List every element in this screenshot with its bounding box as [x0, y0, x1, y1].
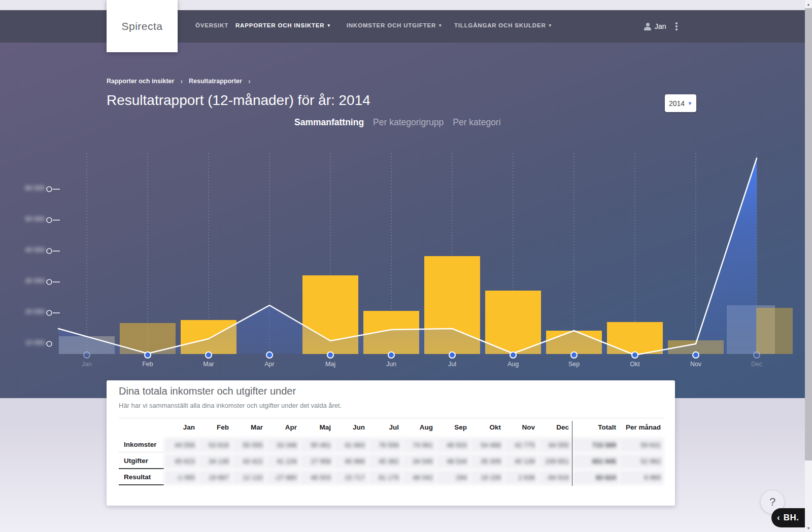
col-header-Totalt: Totalt: [572, 421, 619, 436]
table-row-Inkomster: Inkomster44 55653 81655 55533 34690 4614…: [119, 437, 664, 452]
vertical-scrollbar: ▲ ▼: [805, 0, 812, 532]
tab-per-kategorigrupp[interactable]: Per kategorigrupp: [373, 117, 444, 128]
cell-Utgifter-Jan: 45 623: [164, 454, 198, 469]
table-top-rule: [119, 418, 664, 418]
cell-Utgifter-Maj: 27 958: [300, 454, 334, 469]
chevron-right-icon: ›: [248, 77, 251, 85]
app-screen: ÖVERSIKT RAPPORTER OCH INSIKTER▾ INKOMST…: [0, 0, 812, 532]
cell-Resultat-Totalt: 83 624: [572, 470, 619, 485]
cell-Inkomster-Nov: 42 775: [504, 438, 538, 452]
y-axis-label: 50 000: [15, 216, 45, 223]
table-header-row: JanFebMarAprMajJunJulAugSepOktNovDecTota…: [119, 421, 664, 436]
cell-Inkomster-Jun: 41 683: [334, 438, 368, 452]
cell-Utgifter-Jun: 45 966: [334, 454, 368, 469]
report-tabs: Sammanfattning Per kategorigrupp Per kat…: [294, 117, 501, 128]
chart-bar-extra: [756, 308, 793, 354]
summary-card: Dina totala inkomster och utgifter under…: [107, 380, 675, 506]
cell-Inkomster-Jan: 44 556: [164, 438, 198, 452]
cell-Resultat-Mar: 12 132: [232, 470, 266, 485]
month-marker-Okt[interactable]: [632, 352, 638, 358]
cell-Resultat-Okt: 19 159: [470, 470, 504, 485]
breadcrumb-link-rapporter[interactable]: Rapporter och insikter: [107, 78, 174, 85]
cell-Inkomster-Maj: 90 461: [300, 438, 334, 452]
cell-Utgifter-Jul: 45 382: [368, 454, 402, 469]
page-title: Resultatrapport (12-månader) för år: 201…: [107, 92, 370, 109]
cell-Utgifter-Mar: 43 422: [232, 454, 266, 469]
brand-logo: Spirecta: [121, 20, 162, 32]
col-header-Per månad: Per månad: [619, 421, 664, 436]
month-marker-Dec[interactable]: [754, 352, 760, 358]
cell-Inkomster-Dec: 64 555: [538, 438, 572, 452]
summary-table: JanFebMarAprMajJunJulAugSepOktNovDecTota…: [119, 421, 664, 484]
year-value: 2014: [669, 99, 685, 108]
month-marker-Jan[interactable]: [84, 352, 90, 358]
scroll-down-icon[interactable]: ▼: [805, 524, 812, 532]
totals-column-divider: [572, 421, 572, 486]
col-header-Jun: Jun: [334, 421, 368, 436]
cell-Utgifter-Okt: 35 309: [470, 454, 504, 469]
brand-logo-card[interactable]: Spirecta: [107, 0, 178, 52]
col-header-Jul: Jul: [368, 421, 402, 436]
col-header-Apr: Apr: [266, 421, 300, 436]
row-label-Resultat: Resultat: [119, 470, 164, 485]
tab-per-kategori[interactable]: Per kategori: [453, 117, 500, 128]
year-selector[interactable]: 2014 ▼: [665, 94, 696, 112]
chevron-right-icon: ›: [180, 77, 183, 85]
cell-Resultat-Maj: 46 503: [300, 470, 334, 485]
col-header-Sep: Sep: [436, 421, 470, 436]
month-marker-Feb[interactable]: [145, 352, 151, 358]
scrollbar-thumb[interactable]: [805, 8, 812, 460]
scroll-up-icon[interactable]: ▲: [805, 0, 812, 8]
y-axis-tick: [47, 187, 52, 192]
cell-Inkomster-Mar: 55 555: [232, 438, 266, 452]
y-axis-labels: 60 00050 00040 00030 00020 00010 000: [15, 0, 45, 385]
x-axis-label: Apr: [264, 361, 274, 368]
breadcrumb-link-resultatrapporter[interactable]: Resultatrapporter: [189, 78, 242, 85]
bh-badge: BH.: [784, 513, 799, 523]
x-axis-label: Jul: [448, 361, 456, 368]
y-axis-label: 40 000: [15, 246, 45, 254]
x-axis-label: Jun: [386, 361, 396, 368]
cell-Resultat-Jul: 61 175: [368, 470, 402, 485]
question-mark-icon: ?: [769, 495, 775, 509]
cell-Inkomster-Feb: 53 816: [198, 438, 232, 452]
x-axis-label: Dec: [751, 361, 762, 368]
cell-Utgifter-Aug: 34 545: [402, 454, 436, 469]
chart-bar-Aug[interactable]: [485, 291, 541, 354]
cell-Resultat-Jan: -1 065: [164, 470, 198, 485]
col-header-Feb: Feb: [198, 421, 232, 436]
cell-Inkomster-Totalt: 715 569: [572, 438, 619, 452]
x-axis-label: Nov: [690, 361, 702, 368]
cell-Resultat-Jun: 15 717: [334, 470, 368, 485]
cell-Inkomster-Per månad: 59 631: [619, 438, 664, 452]
month-marker-Jul[interactable]: [449, 352, 455, 358]
month-marker-Aug[interactable]: [510, 352, 516, 358]
tab-sammanfattning[interactable]: Sammanfattning: [294, 117, 364, 128]
month-marker-Sep[interactable]: [571, 352, 577, 358]
table-row-Utgifter: Utgifter45 62334 13943 42241 22627 95845…: [119, 453, 664, 468]
y-axis-tick: [47, 249, 52, 254]
col-header-Mar: Mar: [232, 421, 266, 436]
x-axis-label: Okt: [630, 361, 640, 368]
y-axis-tick: [47, 310, 52, 315]
cell-Resultat-Aug: 48 042: [402, 470, 436, 485]
chevron-down-icon: ▼: [688, 101, 692, 106]
chevron-left-icon: ‹: [777, 513, 780, 523]
month-marker-Mar[interactable]: [206, 352, 212, 358]
bh-collapse-tab[interactable]: ‹ BH.: [771, 508, 805, 527]
cell-Inkomster-Jul: 76 556: [368, 438, 402, 452]
month-marker-Apr[interactable]: [266, 352, 273, 358]
month-marker-Nov[interactable]: [693, 352, 699, 358]
cell-Utgifter-Dec: 159 651: [538, 454, 572, 469]
cell-Resultat-Apr: -27 880: [266, 470, 300, 485]
col-header-Maj: Maj: [300, 421, 334, 436]
x-axis-label: Sep: [568, 361, 580, 368]
month-marker-Maj[interactable]: [327, 352, 333, 358]
x-axis-label: Aug: [507, 361, 519, 368]
cell-Utgifter-Feb: 34 139: [198, 454, 232, 469]
y-axis-tick: [47, 279, 52, 285]
cell-Inkomster-Okt: 54 468: [470, 438, 504, 452]
month-marker-Jun[interactable]: [388, 352, 394, 358]
cell-Inkomster-Aug: 74 561: [402, 438, 436, 452]
cell-Utgifter-Totalt: 651 945: [572, 454, 619, 469]
